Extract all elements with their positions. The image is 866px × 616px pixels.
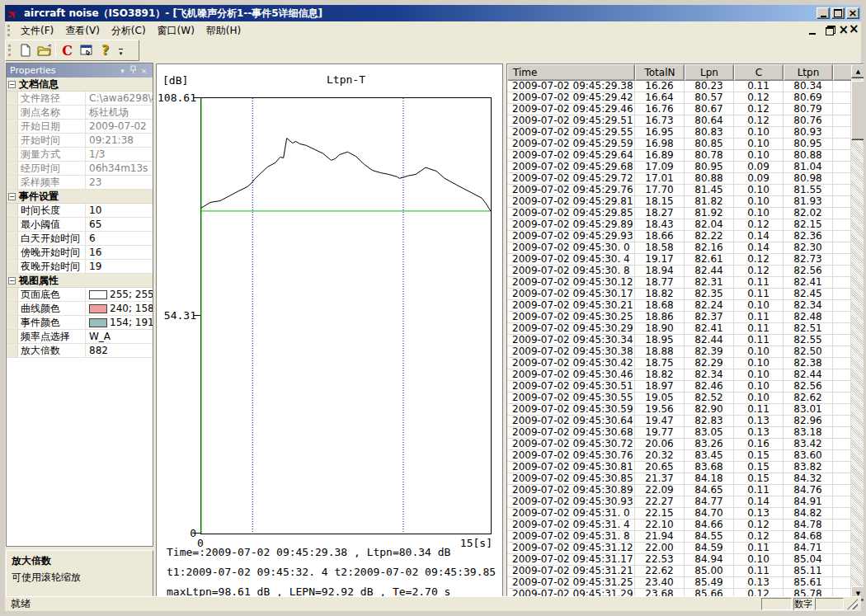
property-value[interactable]: 09:21:38	[86, 134, 153, 146]
chevron-down-icon[interactable]: ▾	[117, 67, 128, 75]
property-row[interactable]: 测点名称 栎社机场	[7, 106, 153, 120]
table-row[interactable]: 2009-07-02 09:45:30.64 19.47 82.83 0.13 …	[507, 416, 851, 427]
collapse-icon[interactable]	[8, 81, 16, 88]
property-row[interactable]: 频率点选择 W_A	[7, 330, 153, 344]
property-value[interactable]: C:\awa6298\机场	[86, 92, 153, 106]
table-row[interactable]: 2009-07-02 09:45:30.55 19.05 82.52 0.10 …	[507, 393, 851, 404]
table-row[interactable]: 2009-07-02 09:45:30.93 22.27 84.77 0.14 …	[507, 496, 851, 508]
color-swatch[interactable]	[89, 318, 107, 327]
property-row[interactable]: 页面底色 255; 255; 25	[7, 288, 153, 302]
column-header-ltpn[interactable]: Ltpn	[784, 64, 833, 81]
property-value[interactable]: W_A	[86, 331, 153, 342]
help-button[interactable]: ?	[96, 41, 115, 59]
property-row[interactable]: 开始日期 2009-07-02	[7, 120, 153, 134]
table-row[interactable]: 2009-07-02 09:45:29.51 16.73 80.64 0.12 …	[507, 115, 851, 127]
mdi-minimize-button[interactable]	[807, 26, 818, 35]
table-row[interactable]: 2009-07-02 09:45:30.25 18.86 82.37 0.11 …	[507, 312, 851, 323]
property-value[interactable]: 10	[86, 205, 153, 216]
category-row[interactable]: 文档信息	[7, 78, 153, 92]
table-row[interactable]: 2009-07-02 09:45:30. 0 18.58 82.16 0.14 …	[507, 242, 851, 254]
table-row[interactable]: 2009-07-02 09:45:30.21 18.68 82.24 0.10 …	[507, 300, 851, 312]
table-row[interactable]: 2009-07-02 09:45:31.17 22.53 84.94 0.10 …	[507, 554, 851, 566]
table-row[interactable]: 2009-07-02 09:45:30.42 18.75 82.29 0.10 …	[507, 358, 851, 369]
table-row[interactable]: 2009-07-02 09:45:30.72 20.06 83.26 0.16 …	[507, 439, 851, 450]
open-file-button[interactable]	[35, 41, 54, 59]
property-row[interactable]: 夜晚开始时间 19	[7, 260, 153, 274]
menu-item[interactable]: 文件(F)	[15, 22, 59, 39]
color-swatch[interactable]	[89, 304, 107, 313]
table-row[interactable]: 2009-07-02 09:45:30.68 19.77 83.05 0.13 …	[507, 427, 851, 439]
close-button[interactable]	[846, 7, 859, 19]
menu-item[interactable]: 帮助(H)	[200, 22, 247, 39]
property-row[interactable]: 傍晚开始时间 16	[7, 246, 153, 260]
menu-grip[interactable]	[7, 25, 12, 36]
property-value[interactable]: 882	[86, 345, 153, 356]
table-row[interactable]: 2009-07-02 09:45:29.46 16.76 80.67 0.12 …	[507, 104, 851, 115]
table-row[interactable]: 2009-07-02 09:45:30.29 18.90 82.41 0.11 …	[507, 323, 851, 335]
table-row[interactable]: 2009-07-02 09:45:30. 8 18.94 82.44 0.12 …	[507, 266, 851, 277]
table-row[interactable]: 2009-07-02 09:45:31.21 22.62 85.00 0.11 …	[507, 566, 851, 577]
table-row[interactable]: 2009-07-02 09:45:31. 8 21.94 84.55 0.12 …	[507, 531, 851, 543]
table-row[interactable]: 2009-07-02 09:45:29.55 16.95 80.83 0.10 …	[507, 127, 851, 139]
property-row[interactable]: 放大倍数 882	[7, 344, 153, 358]
table-row[interactable]: 2009-07-02 09:45:30.46 18.82 82.34 0.10 …	[507, 369, 851, 381]
table-row[interactable]: 2009-07-02 09:45:30.85 21.37 84.18 0.15 …	[507, 473, 851, 485]
menu-item[interactable]: 窗口(W)	[152, 22, 200, 39]
vertical-scrollbar[interactable]	[851, 64, 865, 600]
table-row[interactable]: 2009-07-02 09:45:29.72 17.01 80.88 0.09 …	[507, 173, 851, 185]
table-row[interactable]: 2009-07-02 09:45:30.51 18.97 82.46 0.10 …	[507, 381, 851, 393]
panel-close-icon[interactable]: ×	[139, 67, 149, 75]
analysis-button[interactable]: C	[58, 41, 77, 59]
table-row[interactable]: 2009-07-02 09:45:29.76 17.70 81.45 0.10 …	[507, 185, 851, 196]
new-document-button[interactable]	[16, 41, 35, 59]
property-row[interactable]: 最小阈值 65	[7, 218, 153, 232]
property-value[interactable]: 19	[86, 261, 153, 272]
scrollbar-thumb[interactable]	[851, 81, 865, 140]
table-row[interactable]: 2009-07-02 09:45:29.81 18.15 81.82 0.10 …	[507, 196, 851, 208]
property-row[interactable]: 开始时间 09:21:38	[7, 134, 153, 148]
property-value[interactable]: 栎社机场	[86, 106, 153, 120]
table-row[interactable]: 2009-07-02 09:45:30.38 18.88 82.39 0.10 …	[507, 346, 851, 358]
category-row[interactable]: 事件设置	[7, 190, 153, 204]
menu-item[interactable]: 查看(V)	[59, 22, 106, 39]
toolbar-grip[interactable]	[8, 45, 12, 56]
table-row[interactable]: 2009-07-02 09:45:30.34 18.95 82.44 0.11 …	[507, 335, 851, 346]
property-row[interactable]: 文件路径 C:\awa6298\机场	[7, 92, 153, 106]
property-row[interactable]: 事件颜色 154; 191; 18	[7, 316, 153, 330]
table-row[interactable]: 2009-07-02 09:45:31.25 23.40 85.49 0.13 …	[507, 577, 851, 589]
menu-item[interactable]: 分析(C)	[106, 22, 152, 39]
table-row[interactable]: 2009-07-02 09:45:30.59 19.56 82.90 0.11 …	[507, 404, 851, 416]
scroll-up-button[interactable]	[851, 64, 865, 78]
table-row[interactable]: 2009-07-02 09:45:29.68 17.09 80.95 0.09 …	[507, 162, 851, 173]
collapse-icon[interactable]	[8, 277, 16, 284]
table-row[interactable]: 2009-07-02 09:45:31.12 22.00 84.59 0.11 …	[507, 543, 851, 554]
property-value[interactable]: 2009-07-02	[86, 120, 153, 132]
property-value[interactable]: 255; 255; 25	[86, 289, 153, 300]
column-header-c[interactable]: C	[734, 64, 784, 81]
property-value[interactable]: 240; 158; 15	[86, 303, 153, 314]
table-row[interactable]: 2009-07-02 09:45:29.38 16.26 80.23 0.11 …	[507, 81, 851, 92]
table-row[interactable]: 2009-07-02 09:45:29.42 16.64 80.57 0.12 …	[507, 92, 851, 104]
resize-grip[interactable]	[847, 599, 858, 609]
table-row[interactable]: 2009-07-02 09:45:29.59 16.98 80.85 0.10 …	[507, 139, 851, 150]
table-row[interactable]: 2009-07-02 09:45:31. 4 22.10 84.66 0.12 …	[507, 520, 851, 531]
property-row[interactable]: 采样频率 23	[7, 176, 153, 190]
table-row[interactable]: 2009-07-02 09:45:30. 4 19.17 82.61 0.12 …	[507, 254, 851, 266]
table-row[interactable]: 2009-07-02 09:45:30.89 22.09 84.65 0.11 …	[507, 485, 851, 496]
column-header-lpn[interactable]: Lpn	[685, 64, 734, 81]
category-row[interactable]: 视图属性	[7, 274, 153, 288]
table-row[interactable]: 2009-07-02 09:45:30.17 18.82 82.35 0.11 …	[507, 289, 851, 300]
mdi-restore-button[interactable]	[825, 26, 836, 35]
property-value[interactable]: 1/3	[86, 148, 153, 160]
table-row[interactable]: 2009-07-02 09:45:29.85 18.27 81.92 0.10 …	[507, 208, 851, 219]
property-value[interactable]: 65	[86, 219, 153, 230]
properties-button[interactable]	[77, 41, 96, 59]
property-row[interactable]: 测量方式 1/3	[7, 148, 153, 162]
toolbar-options-icon[interactable]	[116, 41, 125, 59]
property-value[interactable]: 06h34m13s	[86, 162, 153, 174]
table-row[interactable]: 2009-07-02 09:45:30.76 20.32 83.45 0.15 …	[507, 450, 851, 462]
pin-icon[interactable]	[128, 65, 139, 76]
property-value[interactable]: 6	[86, 233, 153, 244]
column-header-time[interactable]: Time	[507, 64, 635, 81]
mdi-close-button[interactable]	[843, 26, 854, 35]
